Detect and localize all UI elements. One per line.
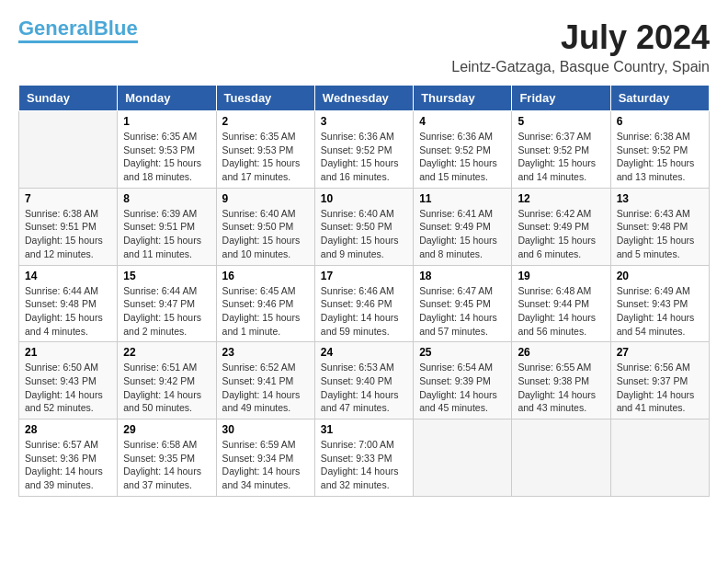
day-number: 8 [123, 192, 210, 205]
day-info: Sunrise: 6:35 AM Sunset: 9:53 PM Dayligh… [123, 130, 210, 184]
day-info: Sunrise: 6:39 AM Sunset: 9:51 PM Dayligh… [123, 207, 210, 261]
day-number: 12 [518, 192, 604, 205]
col-tuesday: Tuesday [216, 86, 314, 111]
day-number: 24 [321, 346, 407, 359]
day-cell [512, 419, 610, 497]
day-info: Sunrise: 6:59 AM Sunset: 9:34 PM Dayligh… [222, 438, 309, 492]
col-monday: Monday [118, 86, 216, 111]
day-info: Sunrise: 6:49 AM Sunset: 9:43 PM Dayligh… [617, 284, 703, 339]
day-number: 29 [123, 423, 210, 436]
day-info: Sunrise: 6:45 AM Sunset: 9:46 PM Dayligh… [222, 284, 309, 339]
day-cell [414, 419, 512, 497]
day-number: 11 [419, 192, 506, 205]
day-number: 27 [617, 346, 703, 359]
day-cell: 18Sunrise: 6:47 AM Sunset: 9:45 PM Dayli… [414, 265, 512, 342]
day-info: Sunrise: 6:37 AM Sunset: 9:52 PM Dayligh… [518, 130, 604, 184]
day-cell: 3Sunrise: 6:36 AM Sunset: 9:52 PM Daylig… [314, 111, 413, 189]
day-number: 15 [123, 270, 210, 282]
day-info: Sunrise: 6:40 AM Sunset: 9:50 PM Dayligh… [222, 207, 309, 261]
day-info: Sunrise: 7:00 AM Sunset: 9:33 PM Dayligh… [321, 438, 407, 492]
day-cell: 23Sunrise: 6:52 AM Sunset: 9:41 PM Dayli… [216, 342, 314, 419]
day-number: 7 [25, 192, 111, 205]
day-info: Sunrise: 6:54 AM Sunset: 9:39 PM Dayligh… [419, 361, 506, 415]
logo: GeneralBlue [18, 18, 138, 43]
day-number: 20 [617, 270, 703, 282]
day-number: 31 [321, 423, 407, 436]
logo-underline [18, 40, 138, 43]
day-info: Sunrise: 6:52 AM Sunset: 9:41 PM Dayligh… [222, 361, 309, 415]
week-row-4: 21Sunrise: 6:50 AM Sunset: 9:43 PM Dayli… [19, 342, 710, 419]
col-thursday: Thursday [414, 86, 512, 111]
col-friday: Friday [512, 86, 610, 111]
day-cell: 31Sunrise: 7:00 AM Sunset: 9:33 PM Dayli… [314, 419, 413, 497]
day-number: 26 [518, 346, 604, 359]
day-info: Sunrise: 6:48 AM Sunset: 9:44 PM Dayligh… [518, 284, 604, 339]
day-cell: 27Sunrise: 6:56 AM Sunset: 9:37 PM Dayli… [610, 342, 709, 419]
day-number: 4 [419, 115, 506, 128]
week-row-2: 7Sunrise: 6:38 AM Sunset: 9:51 PM Daylig… [19, 188, 710, 265]
day-cell: 4Sunrise: 6:36 AM Sunset: 9:52 PM Daylig… [414, 111, 512, 189]
day-info: Sunrise: 6:47 AM Sunset: 9:45 PM Dayligh… [419, 284, 506, 339]
page-header: GeneralBlue July 2024 Leintz-Gatzaga, Ba… [18, 18, 710, 75]
week-row-3: 14Sunrise: 6:44 AM Sunset: 9:48 PM Dayli… [19, 265, 710, 342]
calendar-table: SundayMondayTuesdayWednesdayThursdayFrid… [18, 85, 710, 497]
col-saturday: Saturday [610, 86, 709, 111]
day-number: 28 [25, 423, 111, 436]
day-cell: 19Sunrise: 6:48 AM Sunset: 9:44 PM Dayli… [512, 265, 610, 342]
day-cell: 22Sunrise: 6:51 AM Sunset: 9:42 PM Dayli… [118, 342, 216, 419]
day-cell: 16Sunrise: 6:45 AM Sunset: 9:46 PM Dayli… [216, 265, 314, 342]
day-number: 18 [419, 270, 506, 282]
calendar-body: 1Sunrise: 6:35 AM Sunset: 9:53 PM Daylig… [19, 111, 710, 497]
day-cell: 6Sunrise: 6:38 AM Sunset: 9:52 PM Daylig… [610, 111, 709, 189]
day-number: 25 [419, 346, 506, 359]
week-row-1: 1Sunrise: 6:35 AM Sunset: 9:53 PM Daylig… [19, 111, 710, 189]
day-cell: 14Sunrise: 6:44 AM Sunset: 9:48 PM Dayli… [19, 265, 118, 342]
day-cell: 26Sunrise: 6:55 AM Sunset: 9:38 PM Dayli… [512, 342, 610, 419]
day-info: Sunrise: 6:36 AM Sunset: 9:52 PM Dayligh… [419, 130, 506, 184]
day-cell: 10Sunrise: 6:40 AM Sunset: 9:50 PM Dayli… [314, 188, 413, 265]
day-info: Sunrise: 6:42 AM Sunset: 9:49 PM Dayligh… [518, 207, 604, 261]
day-number: 30 [222, 423, 309, 436]
day-cell: 9Sunrise: 6:40 AM Sunset: 9:50 PM Daylig… [216, 188, 314, 265]
col-wednesday: Wednesday [314, 86, 413, 111]
day-number: 13 [617, 192, 703, 205]
day-info: Sunrise: 6:58 AM Sunset: 9:35 PM Dayligh… [123, 438, 210, 492]
day-number: 17 [321, 270, 407, 282]
day-cell: 7Sunrise: 6:38 AM Sunset: 9:51 PM Daylig… [19, 188, 118, 265]
day-cell [610, 419, 709, 497]
day-number: 19 [518, 270, 604, 282]
week-row-5: 28Sunrise: 6:57 AM Sunset: 9:36 PM Dayli… [19, 419, 710, 497]
day-info: Sunrise: 6:51 AM Sunset: 9:42 PM Dayligh… [123, 361, 210, 415]
logo-text: GeneralBlue [18, 18, 138, 39]
day-cell: 2Sunrise: 6:35 AM Sunset: 9:53 PM Daylig… [216, 111, 314, 189]
day-info: Sunrise: 6:53 AM Sunset: 9:40 PM Dayligh… [321, 361, 407, 415]
day-cell: 24Sunrise: 6:53 AM Sunset: 9:40 PM Dayli… [314, 342, 413, 419]
day-info: Sunrise: 6:35 AM Sunset: 9:53 PM Dayligh… [222, 130, 309, 184]
day-cell: 17Sunrise: 6:46 AM Sunset: 9:46 PM Dayli… [314, 265, 413, 342]
day-cell: 28Sunrise: 6:57 AM Sunset: 9:36 PM Dayli… [19, 419, 118, 497]
day-cell: 5Sunrise: 6:37 AM Sunset: 9:52 PM Daylig… [512, 111, 610, 189]
day-info: Sunrise: 6:57 AM Sunset: 9:36 PM Dayligh… [25, 438, 111, 492]
day-number: 9 [222, 192, 309, 205]
header-row: SundayMondayTuesdayWednesdayThursdayFrid… [19, 86, 710, 111]
day-cell: 29Sunrise: 6:58 AM Sunset: 9:35 PM Dayli… [118, 419, 216, 497]
day-number: 6 [617, 115, 703, 128]
day-cell: 15Sunrise: 6:44 AM Sunset: 9:47 PM Dayli… [118, 265, 216, 342]
day-number: 21 [25, 346, 111, 359]
day-cell: 11Sunrise: 6:41 AM Sunset: 9:49 PM Dayli… [414, 188, 512, 265]
day-number: 1 [123, 115, 210, 128]
day-info: Sunrise: 6:55 AM Sunset: 9:38 PM Dayligh… [518, 361, 604, 415]
day-cell: 20Sunrise: 6:49 AM Sunset: 9:43 PM Dayli… [610, 265, 709, 342]
day-cell: 8Sunrise: 6:39 AM Sunset: 9:51 PM Daylig… [118, 188, 216, 265]
day-info: Sunrise: 6:44 AM Sunset: 9:48 PM Dayligh… [25, 284, 111, 339]
day-cell: 21Sunrise: 6:50 AM Sunset: 9:43 PM Dayli… [19, 342, 118, 419]
day-number: 22 [123, 346, 210, 359]
col-sunday: Sunday [19, 86, 118, 111]
day-number: 14 [25, 270, 111, 282]
month-year: July 2024 [451, 18, 710, 57]
day-cell: 30Sunrise: 6:59 AM Sunset: 9:34 PM Dayli… [216, 419, 314, 497]
day-cell: 12Sunrise: 6:42 AM Sunset: 9:49 PM Dayli… [512, 188, 610, 265]
day-info: Sunrise: 6:46 AM Sunset: 9:46 PM Dayligh… [321, 284, 407, 339]
day-info: Sunrise: 6:36 AM Sunset: 9:52 PM Dayligh… [321, 130, 407, 184]
logo-general: General [18, 17, 94, 40]
